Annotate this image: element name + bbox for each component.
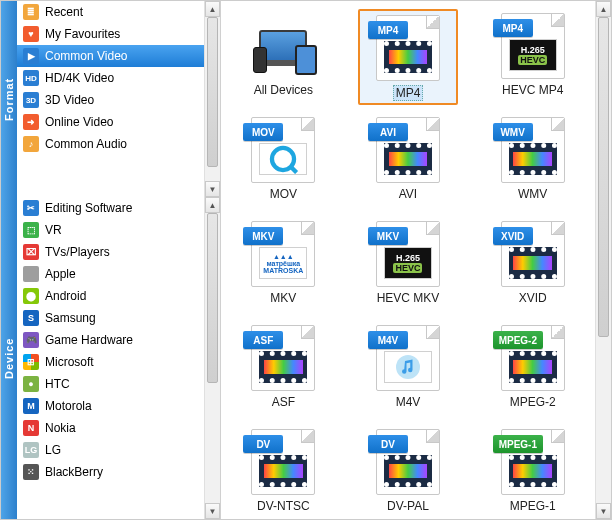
format-tile-mov[interactable]: MOVMOV (233, 113, 333, 201)
video-icon: ▶ (23, 48, 39, 64)
item-label: Android (45, 289, 86, 303)
tile-label: HEVC MKV (377, 291, 440, 305)
vr-icon: ⬚ (23, 222, 39, 238)
device-scrollbar[interactable]: ▲ ▼ (204, 197, 220, 519)
format-tile-dv-ntsc[interactable]: DVDV-NTSC (233, 425, 333, 513)
device-item-editing-software[interactable]: ✂Editing Software (17, 197, 220, 219)
item-label: LG (45, 443, 61, 457)
device-item-samsung[interactable]: SSamsung (17, 307, 220, 329)
content-scrollbar[interactable]: ▲ ▼ (595, 1, 611, 519)
format-badge: MPEG-2 (493, 331, 543, 349)
filmstrip-icon (384, 455, 432, 487)
filmstrip-icon (509, 143, 557, 175)
scroll-down-icon[interactable]: ▼ (205, 503, 220, 519)
tile-thumb: DV (251, 429, 315, 495)
device-item-blackberry[interactable]: ⁙BlackBerry (17, 461, 220, 483)
scroll-up-icon[interactable]: ▲ (205, 1, 220, 17)
format-tile-all-devices[interactable]: All Devices (233, 9, 333, 97)
format-item-common-audio[interactable]: ♪Common Audio (17, 133, 220, 155)
device-item-motorola[interactable]: MMotorola (17, 395, 220, 417)
tile-label: MPEG-1 (510, 499, 556, 513)
apple-icon (23, 266, 39, 282)
scroll-up-icon[interactable]: ▲ (596, 1, 611, 17)
item-label: Microsoft (45, 355, 94, 369)
device-item-tvs-players[interactable]: ⌧TVs/Players (17, 241, 220, 263)
scroll-down-icon[interactable]: ▼ (205, 181, 220, 197)
format-badge: MKV (368, 227, 408, 245)
device-item-microsoft[interactable]: ⊞Microsoft (17, 351, 220, 373)
filmstrip-icon (384, 143, 432, 175)
item-label: Recent (45, 5, 83, 19)
online-icon: ➜ (23, 114, 39, 130)
format-item-my-favourites[interactable]: ♥My Favourites (17, 23, 220, 45)
format-tile-mkv[interactable]: MKV▲▲▲матрёшкаMATROSKAMKV (233, 217, 333, 305)
format-badge: ASF (243, 331, 283, 349)
item-label: Apple (45, 267, 76, 281)
device-item-apple[interactable]: Apple (17, 263, 220, 285)
tile-thumb (251, 13, 315, 79)
format-item-3d-video[interactable]: 3D3D Video (17, 89, 220, 111)
format-tile-mpeg-1[interactable]: MPEG-1MPEG-1 (483, 425, 583, 513)
format-scrollbar[interactable]: ▲ ▼ (204, 1, 220, 197)
scroll-thumb[interactable] (207, 213, 218, 383)
hd-icon: HD (23, 70, 39, 86)
device-item-htc[interactable]: ●HTC (17, 373, 220, 395)
format-badge: MP4 (493, 19, 533, 37)
format-item-hd-4k-video[interactable]: HDHD/4K Video (17, 67, 220, 89)
inner-icon: H.265HEVC (384, 247, 432, 279)
tile-thumb: DV (376, 429, 440, 495)
device-item-android[interactable]: ⬤Android (17, 285, 220, 307)
device-item-nokia[interactable]: NNokia (17, 417, 220, 439)
device-tab[interactable]: Device (1, 197, 17, 519)
format-tile-asf[interactable]: ASFASF (233, 321, 333, 409)
tile-label: All Devices (254, 83, 313, 97)
format-badge: WMV (493, 123, 533, 141)
tile-label: MP4 (393, 85, 424, 101)
format-tile-avi[interactable]: AVIAVI (358, 113, 458, 201)
format-tile-xvid[interactable]: XVIDXVID (483, 217, 583, 305)
filmstrip-icon (384, 41, 432, 73)
scroll-down-icon[interactable]: ▼ (596, 503, 611, 519)
tile-label: HEVC MP4 (502, 83, 563, 97)
format-grid: All DevicesMP4MP4MP4H.265HEVCHEVC MP4MOV… (221, 1, 595, 519)
format-badge: MP4 (368, 21, 408, 39)
format-item-online-video[interactable]: ➜Online Video (17, 111, 220, 133)
format-tile-hevc-mp4[interactable]: MP4H.265HEVCHEVC MP4 (483, 9, 583, 97)
item-label: My Favourites (45, 27, 120, 41)
format-tile-dv-pal[interactable]: DVDV-PAL (358, 425, 458, 513)
format-badge: MPEG-1 (493, 435, 543, 453)
tile-thumb: ASF (251, 325, 315, 391)
scroll-thumb[interactable] (598, 17, 609, 337)
item-label: Game Hardware (45, 333, 133, 347)
format-tile-hevc-mkv[interactable]: MKVH.265HEVCHEVC MKV (358, 217, 458, 305)
filmstrip-icon (259, 351, 307, 383)
filmstrip-icon (509, 351, 557, 383)
format-item-common-video[interactable]: ▶Common Video (17, 45, 220, 67)
item-label: Samsung (45, 311, 96, 325)
device-item-lg[interactable]: LGLG (17, 439, 220, 461)
tile-thumb: M4V (376, 325, 440, 391)
item-label: Online Video (45, 115, 114, 129)
item-label: Common Audio (45, 137, 127, 151)
item-label: BlackBerry (45, 465, 103, 479)
item-label: HD/4K Video (45, 71, 114, 85)
format-tile-m4v[interactable]: M4VM4V (358, 321, 458, 409)
tile-label: DV-PAL (387, 499, 429, 513)
tile-label: WMV (518, 187, 547, 201)
scroll-thumb[interactable] (207, 17, 218, 167)
format-tile-mpeg-2[interactable]: MPEG-2MPEG-2 (483, 321, 583, 409)
format-tile-wmv[interactable]: WMVWMV (483, 113, 583, 201)
microsoft-icon: ⊞ (23, 354, 39, 370)
format-item-recent[interactable]: ≣Recent (17, 1, 220, 23)
tile-thumb: AVI (376, 117, 440, 183)
format-tab[interactable]: Format (1, 1, 17, 197)
format-badge: MOV (243, 123, 283, 141)
format-list: ≣Recent♥My Favourites▶Common VideoHDHD/4… (17, 1, 220, 197)
tile-thumb: MOV (251, 117, 315, 183)
devices-icon (251, 13, 315, 79)
scroll-up-icon[interactable]: ▲ (205, 197, 220, 213)
format-tile-mp4[interactable]: MP4MP4 (358, 9, 458, 105)
content-pane: All DevicesMP4MP4MP4H.265HEVCHEVC MP4MOV… (221, 1, 611, 519)
device-item-game-hardware[interactable]: 🎮Game Hardware (17, 329, 220, 351)
device-item-vr[interactable]: ⬚VR (17, 219, 220, 241)
